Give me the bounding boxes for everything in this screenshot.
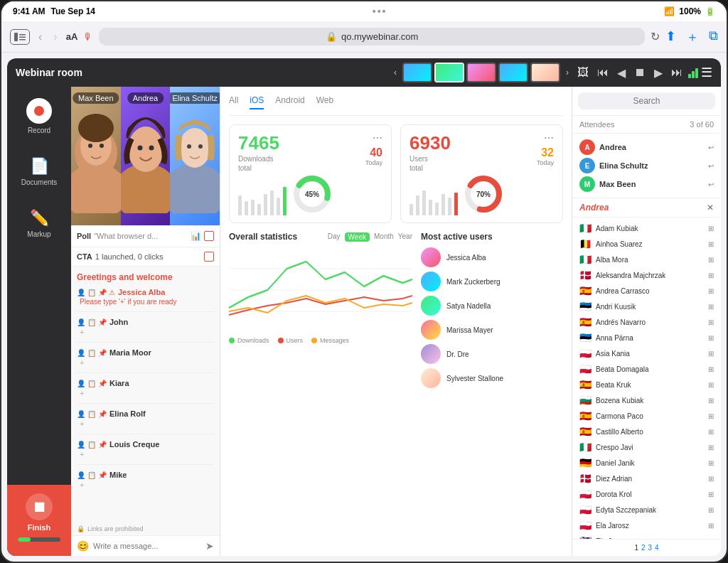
search-input[interactable] <box>578 92 715 109</box>
attendee-action-icon[interactable]: ⊞ <box>708 459 714 467</box>
chart-legend: Downloads Users Messages <box>229 337 412 344</box>
sidebar-item-record[interactable]: Record <box>7 87 71 146</box>
rewind-button[interactable]: ◀ <box>614 66 628 80</box>
bar-3 <box>695 68 698 78</box>
svg-point-5 <box>71 163 121 213</box>
flag-icon: 🇪🇸 <box>579 410 592 422</box>
reply-icon-andrea[interactable]: ↩ <box>708 144 714 151</box>
most-active-section: Most active users Jessica Alba Mark Zuck… <box>421 232 563 388</box>
attendee-action-icon[interactable]: ⊞ <box>708 381 714 389</box>
play-button[interactable]: ▶ <box>651 66 665 80</box>
back-button[interactable]: ‹ <box>36 28 45 46</box>
attendee-action-icon[interactable]: ⊞ <box>708 365 714 373</box>
attendee-action-icon[interactable]: ⊞ <box>708 475 714 483</box>
image-view-button[interactable]: 🖼 <box>574 66 592 79</box>
cta-checkbox[interactable] <box>204 252 214 262</box>
time-tab-week[interactable]: Week <box>345 232 370 242</box>
tab-android[interactable]: Android <box>275 95 304 109</box>
poll-chart-icon[interactable]: 📊 <box>191 231 201 241</box>
skip-end-button[interactable]: ⏭ <box>668 66 685 79</box>
thumb-5[interactable] <box>530 63 560 82</box>
time-tab-day[interactable]: Day <box>328 232 341 242</box>
page-3-button[interactable]: 3 <box>648 544 653 552</box>
chat-subtext-andrea: Please type '+' if you are ready <box>77 298 214 306</box>
share-icon[interactable]: ⬆ <box>665 28 676 45</box>
attendee-action-icon[interactable]: ⊞ <box>708 412 714 420</box>
prev-slide-button[interactable]: ‹ <box>391 68 400 77</box>
users-menu[interactable]: ⋯ <box>544 132 554 144</box>
chat-username-andrea: Jessica Alba <box>118 288 165 296</box>
wifi-icon: 📶 <box>664 6 675 16</box>
thumb-2[interactable] <box>434 63 464 82</box>
svg-rect-2 <box>19 36 26 38</box>
time-tab-month[interactable]: Month <box>374 232 394 242</box>
svg-point-16 <box>187 144 191 149</box>
message-input[interactable] <box>93 542 201 550</box>
sidebar-item-markup[interactable]: ✏️ Markup <box>7 198 71 250</box>
poll-bar: Poll "What browser d... 📊 <box>71 225 220 247</box>
reply-icon-elina[interactable]: ↩ <box>708 162 714 170</box>
downloads-chart <box>238 187 287 215</box>
attendee-action-icon[interactable]: ⊞ <box>708 397 714 404</box>
time-tab-year[interactable]: Year <box>398 232 412 242</box>
attendee-action-icon[interactable]: ⊞ <box>708 334 714 342</box>
send-button[interactable]: ➤ <box>205 540 214 552</box>
downloads-menu[interactable]: ⋯ <box>373 132 382 144</box>
downloads-today-label: Today <box>365 159 382 166</box>
thumb-1[interactable] <box>402 63 432 82</box>
attendee-action-icon[interactable]: ⊞ <box>708 256 714 264</box>
reply-icon-max[interactable]: ↩ <box>708 181 714 188</box>
text-size-button[interactable]: aA <box>66 31 78 42</box>
flag-icon: 🇩🇰 <box>579 473 592 484</box>
list-item: 🇮🇹 Crespo Javi ⊞ <box>572 439 721 455</box>
bar <box>270 191 274 215</box>
attendee-action-icon[interactable]: ⊞ <box>708 506 714 514</box>
video-card-2: Andrea <box>121 87 171 225</box>
svg-point-14 <box>170 163 220 213</box>
chat-greeting: Greetings and welcome <box>77 272 214 282</box>
attendee-name: Adam Kubiak <box>596 225 704 232</box>
sidebar-item-documents[interactable]: 📄 Documents <box>7 146 71 198</box>
attendee-action-icon[interactable]: ⊞ <box>708 303 714 311</box>
attendee-action-icon[interactable]: ⊞ <box>708 350 714 358</box>
thumb-4[interactable] <box>498 63 528 82</box>
bar <box>251 200 255 215</box>
thumb-3[interactable] <box>466 63 496 82</box>
tab-ios[interactable]: iOS <box>250 95 264 109</box>
skip-start-button[interactable]: ⏮ <box>594 66 611 79</box>
legend-dot-users <box>278 338 284 343</box>
page-2-button[interactable]: 2 <box>641 544 646 552</box>
attendee-action-icon[interactable]: ⊞ <box>708 428 714 436</box>
finish-button[interactable]: ⏹ Finish <box>7 485 71 556</box>
attendee-action-icon[interactable]: ⊞ <box>708 318 714 326</box>
page-4-button[interactable]: 4 <box>655 544 659 552</box>
chat-message-louis: 👤 📋 📌 Louis Creque + <box>77 440 214 459</box>
bar-2 <box>692 71 695 78</box>
close-active-host-button[interactable]: ✕ <box>707 203 714 213</box>
tab-all[interactable]: All <box>229 95 238 109</box>
chat-message-andrea: 👤 📋 📌 ⚠ Jessica Alba Please type '+' if … <box>77 288 214 306</box>
list-item: 🇧🇪 Ainhoa Suarez ⊞ <box>572 236 721 252</box>
emoji-button[interactable]: 😊 <box>77 540 89 552</box>
add-tab-icon[interactable]: ＋ <box>686 28 699 45</box>
attendee-action-icon[interactable]: ⊞ <box>708 490 714 498</box>
page-1-button[interactable]: 1 <box>634 544 638 552</box>
chat-message-john: 👤 📋 📌 John + <box>77 318 214 336</box>
reload-button[interactable]: ↻ <box>651 30 660 43</box>
attendee-action-icon[interactable]: ⊞ <box>708 240 714 248</box>
next-slide-button[interactable]: › <box>563 68 572 77</box>
tab-web[interactable]: Web <box>316 95 333 109</box>
forward-button[interactable]: › <box>50 28 60 46</box>
attendee-action-icon[interactable]: ⊞ <box>708 522 714 530</box>
attendee-action-icon[interactable]: ⊞ <box>708 444 714 451</box>
attendee-action-icon[interactable]: ⊞ <box>708 287 714 295</box>
attendee-action-icon[interactable]: ⊞ <box>708 225 714 232</box>
menu-button[interactable]: ☰ <box>701 65 712 80</box>
attendee-action-icon[interactable]: ⊞ <box>708 272 714 279</box>
poll-checkbox[interactable] <box>204 231 214 241</box>
chat-icon-mi2: 📋 <box>87 471 96 479</box>
stop-button[interactable]: ⏹ <box>631 66 648 79</box>
tabs-icon[interactable]: ⧉ <box>709 28 718 45</box>
sidebar-toggle-button[interactable] <box>10 29 30 45</box>
url-bar[interactable]: 🔒 qo.mywebinar.com <box>99 28 645 45</box>
